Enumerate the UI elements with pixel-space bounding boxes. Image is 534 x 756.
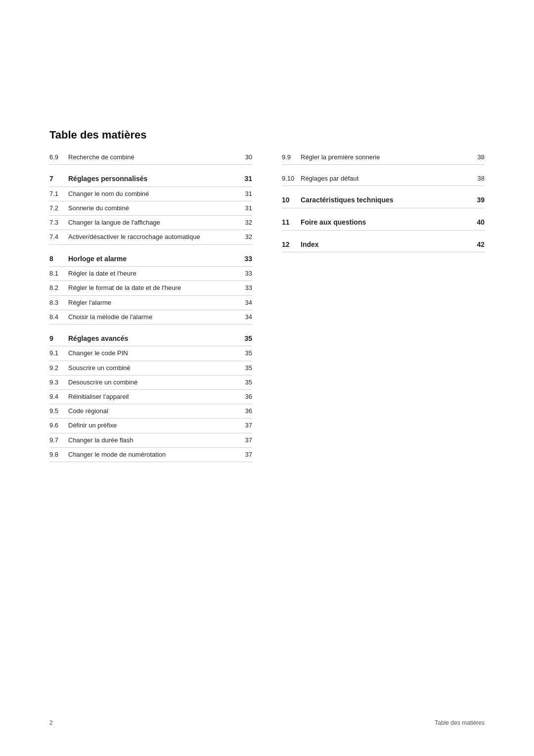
toc-entry-number: 9.2 (49, 364, 68, 372)
toc-entry-label: Changer le nom du combiné (68, 189, 240, 198)
toc-entry-page: 35 (240, 334, 252, 342)
toc-entry-label: Régler l'alarme (68, 298, 240, 307)
toc-entry-number: 9.6 (49, 422, 68, 429)
toc-entry: 9.1Changer le code PIN35 (49, 346, 252, 361)
toc-entry-number: 9.8 (49, 451, 68, 458)
toc-entry: 8Horloge et alarme33 (49, 252, 252, 267)
toc-entry-label: Définir un préfixe (68, 421, 240, 430)
toc-entry-label: Index (301, 240, 473, 250)
toc-entry-page: 37 (240, 422, 252, 429)
toc-entry-page: 42 (473, 240, 485, 248)
toc-entry: 9.7Changer la durée flash37 (49, 433, 252, 448)
toc-entry-page: 30 (240, 153, 252, 161)
toc-entry-number: 7 (49, 175, 68, 183)
toc-entry-label: Changer la durée flash (68, 436, 240, 445)
toc-entry-number: 9.7 (49, 436, 68, 444)
toc-entry-number: 11 (282, 218, 301, 226)
toc-entry-label: Régler la date et l'heure (68, 269, 240, 278)
toc-entry: 9.6Définir un préfixe37 (49, 419, 252, 433)
toc-entry: 7.1Changer le nom du combiné31 (49, 187, 252, 201)
toc-entry: 9.3Desouscrire un combiné35 (49, 376, 252, 390)
toc-entry-number: 9 (49, 334, 68, 342)
page-title: Table des matières (49, 129, 485, 142)
toc-entry: 9Réglages avancés35 (49, 331, 252, 347)
toc-entry-page: 38 (473, 153, 485, 161)
page: Table des matières 6.9Recherche de combi… (0, 0, 534, 756)
toc-entry-number: 8.3 (49, 299, 68, 306)
toc-entry-label: Changer le mode de numérotation (68, 450, 240, 459)
toc-entry-page: 37 (240, 436, 252, 444)
toc-entry: 9.5Code régional36 (49, 404, 252, 419)
toc-entry-page: 38 (473, 175, 485, 182)
toc-entry-page: 31 (240, 204, 252, 212)
toc-entry-number: 7.4 (49, 233, 68, 240)
toc-entry-label: Régler la première sonnerie (301, 153, 473, 162)
toc-entry-label: Changer la langue de l'affichage (68, 218, 240, 227)
toc-entry-label: Sonnerie du combiné (68, 204, 240, 213)
toc-entry-label: Recherche de combiné (68, 153, 240, 162)
toc-entry-page: 31 (240, 175, 252, 183)
toc-entry-page: 31 (240, 190, 252, 197)
toc-entry-number: 9.9 (282, 153, 301, 161)
toc-entry-number: 9.1 (49, 349, 68, 357)
toc-entry: 10Caractéristiques techniques39 (282, 193, 485, 208)
toc-entry: 12Index42 (282, 237, 485, 253)
toc-entry-page: 35 (240, 364, 252, 372)
toc-entry-label: Réinitialiser l'appareil (68, 392, 240, 401)
toc-entry-number: 8.2 (49, 284, 68, 291)
toc-spacer (282, 231, 485, 237)
toc-entry: 9.8Changer le mode de numérotation37 (49, 448, 252, 462)
toc-entry-page: 34 (240, 313, 252, 321)
toc-spacer (282, 208, 485, 215)
toc-entry-label: Desouscrire un combiné (68, 378, 240, 387)
toc-entry: 7Réglages personnalisés31 (49, 172, 252, 187)
toc-entry: 9.4Réinitialiser l'appareil36 (49, 390, 252, 404)
toc-entry-label: Changer le code PIN (68, 349, 240, 358)
toc-entry: 7.4Activer/désactiver le raccrochage aut… (49, 230, 252, 244)
toc-entry: 7.3Changer la langue de l'affichage32 (49, 216, 252, 230)
toc-entry-page: 35 (240, 349, 252, 357)
toc-entry-number: 6.9 (49, 153, 68, 161)
toc-left-column: 6.9Recherche de combiné307Réglages perso… (49, 150, 252, 462)
footer-page-number: 2 (49, 719, 53, 726)
toc-entry-page: 35 (240, 378, 252, 386)
toc-entry-label: Code régional (68, 407, 240, 416)
toc-entry-page: 36 (240, 393, 252, 400)
toc-entry-number: 7.3 (49, 219, 68, 226)
toc-entry-number: 8.4 (49, 313, 68, 321)
toc-entry-number: 7.1 (49, 190, 68, 197)
toc-spacer (49, 165, 252, 172)
toc-spacer (282, 165, 485, 172)
toc-container: 6.9Recherche de combiné307Réglages perso… (49, 150, 485, 462)
footer-section-title: Table des matières (435, 719, 485, 726)
toc-entry-label: Foire aux questions (301, 218, 473, 228)
toc-entry: 11Foire aux questions40 (282, 215, 485, 231)
toc-entry-label: Réglages par défaut (301, 174, 473, 183)
toc-entry-page: 40 (473, 218, 485, 226)
toc-entry-number: 10 (282, 196, 301, 204)
toc-entry-number: 12 (282, 240, 301, 248)
toc-entry-number: 9.10 (282, 175, 301, 182)
toc-entry-page: 33 (240, 255, 252, 263)
toc-entry: 9.10Réglages par défaut38 (282, 172, 485, 186)
footer: 2 Table des matières (49, 719, 485, 726)
toc-entry-label: Réglages avancés (68, 334, 240, 344)
toc-entry-page: 32 (240, 233, 252, 240)
toc-entry-label: Activer/désactiver le raccrochage automa… (68, 233, 240, 241)
toc-entry-page: 37 (240, 451, 252, 458)
toc-entry-page: 39 (473, 196, 485, 204)
toc-entry-label: Caractéristiques techniques (301, 195, 473, 205)
toc-entry-number: 9.5 (49, 407, 68, 415)
toc-entry-page: 32 (240, 219, 252, 226)
toc-entry: 8.3Régler l'alarme34 (49, 296, 252, 310)
toc-entry-page: 36 (240, 407, 252, 415)
toc-entry-page: 34 (240, 299, 252, 306)
toc-entry: 9.9Régler la première sonnerie38 (282, 150, 485, 165)
toc-spacer (49, 325, 252, 331)
toc-entry-label: Régler le format de la date et de l'heur… (68, 284, 240, 292)
toc-entry-number: 8 (49, 255, 68, 263)
toc-spacer (49, 245, 252, 252)
toc-spacer (282, 186, 485, 193)
toc-entry-label: Souscrire un combiné (68, 364, 240, 373)
toc-entry-number: 9.4 (49, 393, 68, 400)
